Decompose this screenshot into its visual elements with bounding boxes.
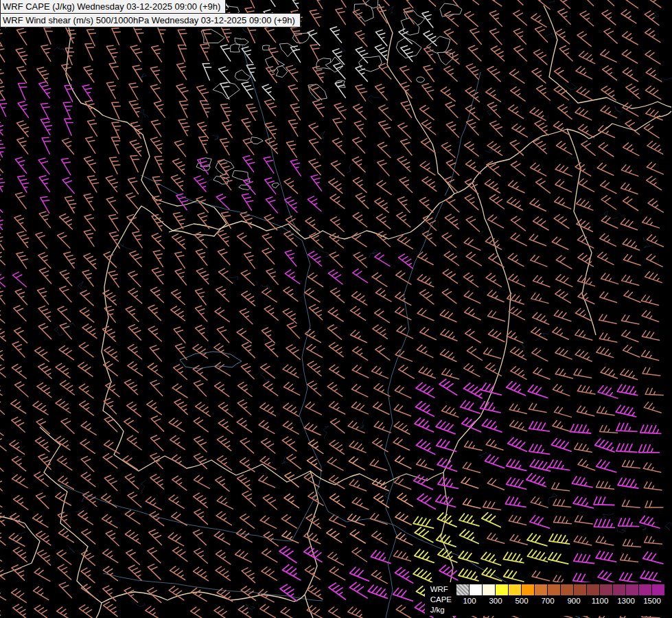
legend-color-box: [600, 584, 612, 595]
legend-tick-row: 100300500700900110013001500: [456, 595, 665, 606]
legend-tick-label: 1300: [617, 597, 635, 605]
legend-color-box: [561, 584, 573, 595]
legend-color-box: [535, 584, 547, 595]
legend-tick-label: 1100: [592, 597, 609, 605]
title-line-windshear: WRF Wind shear (m/s) 500/1000hPa Wednesd…: [0, 13, 301, 27]
title-line-cape: WRF CAPE (J/kg) Wednesday 03-12-2025 09:…: [0, 0, 226, 14]
legend-color-box: [456, 584, 469, 595]
legend-color-box: [587, 584, 599, 595]
legend-tick-label: 1500: [643, 597, 661, 605]
legend-variable-label: CAPE: [430, 595, 452, 605]
legend-color-box: [522, 584, 534, 595]
map-header: WRF CAPE (J/kg) Wednesday 03-12-2025 09:…: [0, 0, 301, 27]
legend-tick-label: 900: [567, 597, 580, 605]
legend-color-box: [639, 584, 651, 595]
cape-legend: WRF CAPE J/kg 10030050070090011001300150…: [425, 582, 667, 616]
legend-color-box: [652, 584, 664, 595]
map-svg: [0, 0, 672, 618]
legend-title: WRF CAPE J/kg: [430, 584, 452, 615]
legend-color-box: [483, 584, 495, 595]
legend-color-box: [509, 584, 521, 595]
legend-color-box: [613, 584, 625, 595]
legend-tick-label: 500: [515, 597, 528, 605]
legend-color-box: [496, 584, 508, 595]
legend-color-box: [548, 584, 560, 595]
legend-tick-label: 100: [463, 597, 476, 605]
legend-colorbar: [456, 584, 665, 595]
legend-tick-label: 700: [541, 597, 554, 605]
legend-color-box: [574, 584, 586, 595]
wrf-weather-map: WRF CAPE (J/kg) Wednesday 03-12-2025 09:…: [0, 0, 672, 618]
legend-color-box: [626, 584, 638, 595]
legend-units-label: J/kg: [430, 605, 452, 615]
legend-scale: 100300500700900110013001500: [456, 584, 665, 606]
legend-tick-label: 300: [489, 597, 502, 605]
legend-model-label: WRF: [430, 584, 452, 595]
legend-color-box: [470, 584, 482, 595]
